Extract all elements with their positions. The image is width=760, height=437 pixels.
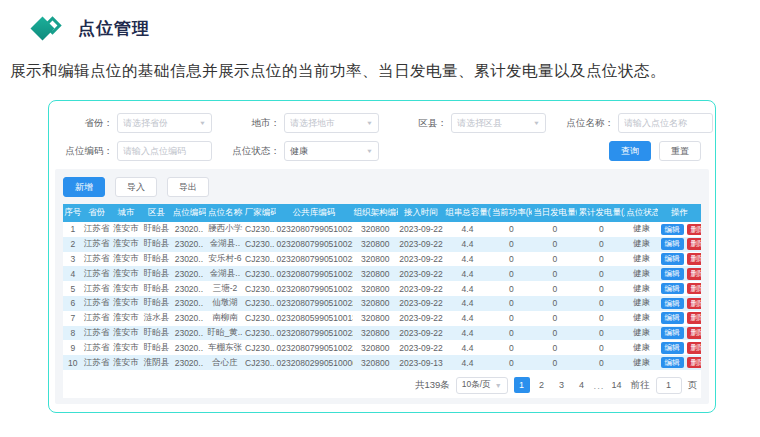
edit-button[interactable]: 编辑 — [661, 224, 684, 236]
edit-button[interactable]: 编辑 — [661, 298, 684, 310]
edit-button[interactable]: 编辑 — [661, 357, 684, 369]
delete-button[interactable]: 删除 — [687, 357, 701, 369]
table-cell: 江苏省 — [83, 340, 111, 355]
total-count: 共139条 — [415, 379, 450, 392]
table-cell: 淮安市 — [111, 252, 142, 267]
table-cell: 7 — [63, 311, 83, 326]
table-header-row: 序号省份城市区县点位编码点位名称厂家编码公共库编码组织架构编码接入时间组串总容量… — [63, 204, 701, 222]
table-cell: CJ230.. — [244, 296, 276, 311]
table-cell: 320800 — [353, 326, 398, 341]
diamonds-logo-icon — [30, 12, 68, 44]
column-header: 接入时间 — [398, 204, 444, 222]
point-status-label: 点位状态： — [226, 145, 280, 158]
table-cell: 金湖县.. — [206, 266, 244, 281]
reset-button[interactable]: 重置 — [659, 141, 701, 161]
table-cell: 0 — [577, 266, 625, 281]
edit-button[interactable]: 编辑 — [661, 268, 684, 280]
point-status-select[interactable]: 健康 ▼ — [284, 141, 379, 161]
column-header: 组织架构编码 — [353, 204, 398, 222]
point-code-label: 点位编码： — [59, 145, 113, 158]
table-row: 8江苏省淮安市盱眙县23020..盱眙_黄..CJ230..0232080799… — [63, 326, 701, 341]
table-cell: 0 — [577, 311, 625, 326]
table-cell: CJ230.. — [244, 237, 276, 252]
province-filter: 省份： 请选择省份 ▼ — [59, 113, 212, 133]
province-select[interactable]: 请选择省份 ▼ — [117, 113, 212, 133]
actions-cell: 编辑删除 — [658, 355, 701, 370]
table-cell: 0 — [532, 281, 577, 296]
table-cell: 2023-09-22 — [398, 311, 444, 326]
point-code-input[interactable] — [117, 141, 212, 161]
column-header: 厂家编码 — [244, 204, 276, 222]
district-select[interactable]: 请选择区县 ▼ — [451, 113, 546, 133]
point-status-filter: 点位状态： 健康 ▼ — [226, 141, 379, 161]
search-button[interactable]: 查询 — [609, 141, 651, 161]
delete-button[interactable]: 删除 — [687, 253, 701, 265]
edit-button[interactable]: 编辑 — [661, 253, 684, 265]
table-cell: 淮安市 — [111, 237, 142, 252]
edit-button[interactable]: 编辑 — [661, 327, 684, 339]
table-cell: 0 — [577, 355, 625, 370]
column-header: 点位状态 — [625, 204, 658, 222]
table-cell: 0 — [491, 296, 533, 311]
actions-cell: 编辑删除 — [658, 222, 701, 237]
page-number[interactable]: 3 — [554, 377, 570, 393]
chevron-down-icon: ▼ — [495, 382, 502, 389]
table-cell: 0 — [532, 311, 577, 326]
actions-cell: 编辑删除 — [658, 281, 701, 296]
delete-button[interactable]: 删除 — [687, 268, 701, 280]
table-cell: 0 — [491, 281, 533, 296]
table-cell: 0 — [577, 237, 625, 252]
table-cell: 0 — [491, 326, 533, 341]
table-cell: 江苏省 — [83, 311, 111, 326]
page-size-select[interactable]: 10条/页 ▼ — [456, 377, 508, 394]
table-cell: 9 — [63, 340, 83, 355]
delete-button[interactable]: 删除 — [687, 224, 701, 236]
city-select[interactable]: 请选择地市 ▼ — [284, 113, 379, 133]
table-cell: 023208079905100221 — [276, 266, 353, 281]
table-cell: 4.4 — [444, 296, 490, 311]
table-cell: 2023-09-22 — [398, 281, 444, 296]
point-management-page: 点位管理 展示和编辑点位的基础信息并展示点位的当前功率、当日发电量、累计发电量以… — [0, 0, 760, 437]
point-name-input[interactable] — [618, 113, 713, 133]
delete-button[interactable]: 删除 — [687, 283, 701, 295]
table-cell: CJ230.. — [244, 266, 276, 281]
add-button[interactable]: 新增 — [63, 177, 105, 197]
table-cell: 023208079905100218 — [276, 222, 353, 237]
goto-input[interactable] — [656, 377, 682, 394]
table-cell: 车棚东张 — [206, 340, 244, 355]
table-cell: 江苏省 — [83, 222, 111, 237]
table-row: 10江苏省淮安市淮阴县23020..合心庄CJ230..023208029905… — [63, 355, 701, 370]
table-cell: 淮安市 — [111, 311, 142, 326]
table-cell: 盱眙县 — [141, 326, 172, 341]
page-number[interactable]: 4 — [574, 377, 590, 393]
export-button[interactable]: 导出 — [167, 177, 209, 197]
table-cell: 江苏省 — [83, 281, 111, 296]
table-cell: 4 — [63, 266, 83, 281]
delete-button[interactable]: 删除 — [687, 342, 701, 354]
edit-button[interactable]: 编辑 — [661, 312, 684, 324]
edit-button[interactable]: 编辑 — [661, 283, 684, 295]
table-cell: 320800 — [353, 237, 398, 252]
import-button[interactable]: 导入 — [115, 177, 157, 197]
table-row: 1江苏省淮安市盱眙县23020..腰西小学CJ230..023208079905… — [63, 222, 701, 237]
table-cell: CJ230.. — [244, 311, 276, 326]
delete-button[interactable]: 删除 — [687, 238, 701, 250]
page-number[interactable]: 14 — [609, 377, 625, 393]
table-row: 9江苏省淮安市盱眙县23020..车棚东张CJ230..023208079905… — [63, 340, 701, 355]
table-cell: 320800 — [353, 252, 398, 267]
page-number[interactable]: 1 — [514, 377, 530, 393]
table-cell: 盱眙县 — [141, 296, 172, 311]
delete-button[interactable]: 删除 — [687, 298, 701, 310]
edit-button[interactable]: 编辑 — [661, 238, 684, 250]
page-number[interactable]: 2 — [534, 377, 550, 393]
table-cell: 健康 — [625, 266, 658, 281]
delete-button[interactable]: 删除 — [687, 327, 701, 339]
delete-button[interactable]: 删除 — [687, 312, 701, 324]
table-cell: 023208079905100220 — [276, 252, 353, 267]
table-cell: 0 — [532, 355, 577, 370]
chevron-down-icon: ▼ — [199, 120, 206, 126]
edit-button[interactable]: 编辑 — [661, 342, 684, 354]
page-ellipsis: ... — [594, 380, 605, 391]
table-cell: 4.4 — [444, 222, 490, 237]
table-cell: 淮阴县 — [141, 355, 172, 370]
